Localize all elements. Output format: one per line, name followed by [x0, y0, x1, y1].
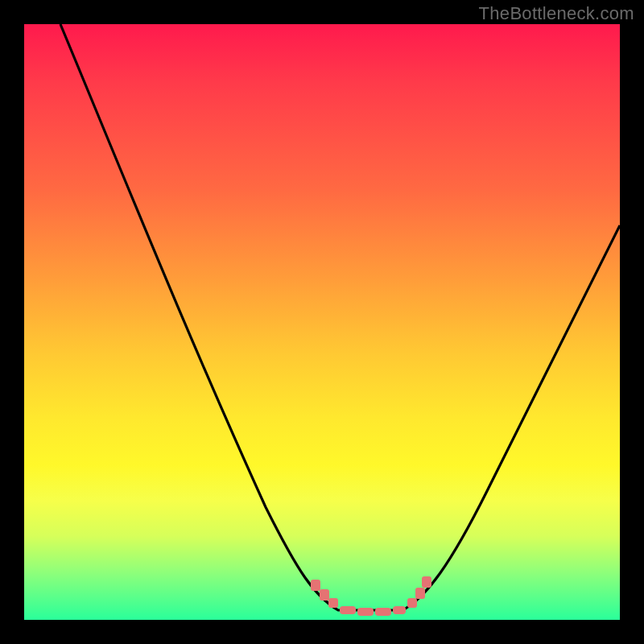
curve-overlay — [24, 24, 620, 620]
plot-area — [24, 24, 620, 620]
dip-marker — [375, 608, 391, 616]
dip-marker — [328, 598, 338, 608]
bottleneck-curve — [60, 24, 620, 610]
dip-marker — [340, 606, 356, 614]
dip-marker — [311, 580, 320, 591]
dip-marker-group — [311, 576, 431, 616]
dip-marker — [415, 588, 425, 599]
dip-marker — [407, 598, 417, 608]
chart-frame: TheBottleneck.com — [0, 0, 644, 644]
dip-marker — [357, 608, 374, 616]
watermark-text: TheBottleneck.com — [479, 3, 634, 24]
dip-marker — [393, 606, 406, 614]
dip-marker — [320, 589, 329, 601]
dip-marker — [422, 576, 431, 588]
